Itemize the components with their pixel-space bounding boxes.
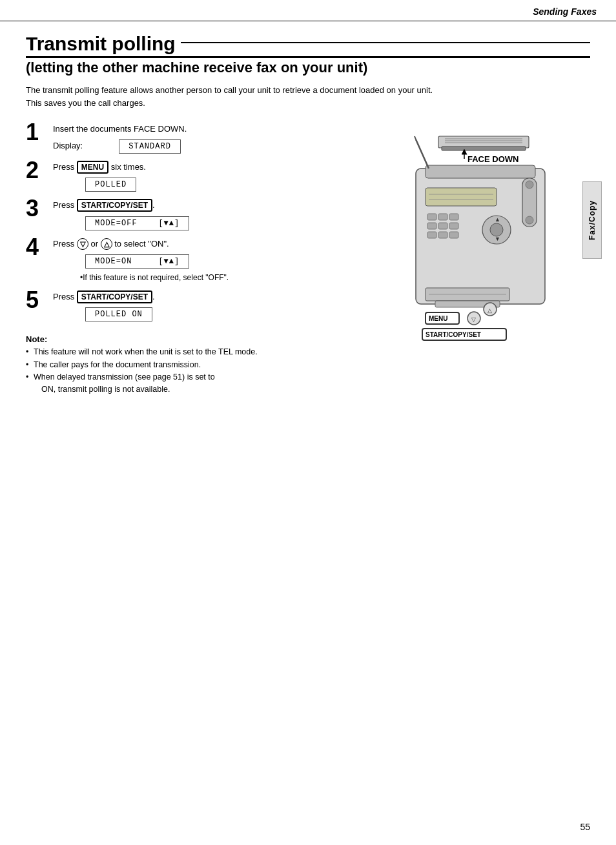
step-4-bullet: •If this feature is not required, select… [80,272,384,283]
step-3: 3 Press START/COPY/SET. MODE=OFF [▼▲] [26,199,384,230]
right-column: FACE DOWN [390,123,590,396]
note-section: Note: This feature will not work when th… [26,333,384,396]
fax-illustration: FACE DOWN [390,130,590,351]
svg-rect-7 [426,165,535,178]
svg-text:▼: ▼ [495,236,500,242]
step-1-content: Insert the documents FACE DOWN. Display:… [53,123,384,154]
steps-column: 1 Insert the documents FACE DOWN. Displa… [26,123,384,396]
step-4-display-value: MODE=ON [▼▲] [85,254,189,269]
step-2-content: Press MENU six times. POLLED [53,161,384,192]
fax-copy-tab: Fax/Copy [582,181,602,259]
note-title: Note: [26,333,384,346]
step-5-content: Press START/COPY/SET. POLLED ON [53,291,384,321]
step-2-text: Press MENU six times. [53,161,384,173]
step-5-display-value: POLLED ON [85,307,152,321]
step-3-content: Press START/COPY/SET. MODE=OFF [▼▲] [53,199,384,230]
sub-title: (letting the other machine receive fax o… [26,59,590,76]
description: The transmit polling feature allows anot… [26,84,590,109]
svg-text:△: △ [488,307,492,314]
svg-rect-4 [442,147,526,150]
step-1-text: Insert the documents FACE DOWN. [53,123,384,135]
step-2: 2 Press MENU six times. POLLED [26,161,384,192]
down-circle-key: ▽ [77,238,88,250]
svg-rect-16 [427,223,436,229]
step-2-number: 2 [26,159,49,182]
svg-rect-14 [438,214,447,220]
step-5-number: 5 [26,289,49,312]
svg-rect-13 [427,214,436,220]
svg-point-28 [526,216,533,224]
svg-point-27 [526,181,533,188]
step-1-display-row: Display: STANDARD [53,137,384,154]
two-col-layout: 1 Insert the documents FACE DOWN. Displa… [26,123,590,396]
step-4-text: Press ▽ or △ to select "ON". [53,238,384,250]
svg-line-9 [415,136,416,139]
step-1-number: 1 [26,121,49,144]
svg-rect-18 [449,223,458,229]
step-1-display-value: STANDARD [119,139,181,154]
up-circle-key: △ [101,238,112,250]
step-4: 4 Press ▽ or △ to select "ON". MODE=ON [… [26,238,384,283]
step-3-number: 3 [26,197,49,220]
step-3-text: Press START/COPY/SET. [53,199,384,211]
step-4-content: Press ▽ or △ to select "ON". MODE=ON [▼▲… [53,238,384,283]
step-1: 1 Insert the documents FACE DOWN. Displa… [26,123,384,154]
step-5: 5 Press START/COPY/SET. POLLED ON [26,291,384,321]
start-key-3: START/COPY/SET [77,199,152,212]
step-5-text: Press START/COPY/SET. [53,291,384,303]
menu-key: MENU [77,161,108,174]
step-4-number: 4 [26,236,49,259]
svg-text:MENU: MENU [429,315,447,322]
main-content: Transmit polling (letting the other mach… [0,21,616,409]
svg-rect-21 [449,232,458,238]
fax-svg: FACE DOWN [390,130,571,349]
svg-rect-15 [449,214,458,220]
svg-rect-19 [427,232,436,238]
page-number: 55 [580,822,590,832]
svg-point-23 [490,223,503,236]
note-item-1: This feature will not work when the unit… [26,346,384,358]
svg-text:▲: ▲ [495,216,500,223]
header-title: Sending Faxes [533,6,597,17]
note-item-3: When delayed transmission (see page 51) … [26,371,384,396]
svg-text:▽: ▽ [471,316,476,323]
sidebar-tab-label: Fax/Copy [588,200,597,240]
page-header: Sending Faxes [0,0,616,21]
svg-line-8 [416,139,429,168]
step-1-display-label: Display: [53,141,83,150]
step-2-display-value: POLLED [85,178,136,192]
note-item-2: The caller pays for the document transmi… [26,359,384,371]
start-key-5: START/COPY/SET [77,290,152,303]
svg-rect-10 [426,188,497,206]
svg-rect-0 [438,136,529,148]
svg-rect-20 [438,232,447,238]
face-down-label: FACE DOWN [467,154,518,164]
step-3-display-value: MODE=OFF [▼▲] [85,216,189,230]
svg-rect-17 [438,223,447,229]
main-title: Transmit polling [26,33,176,55]
svg-text:START/COPY/SET: START/COPY/SET [426,331,481,338]
title-wrapper: Transmit polling (letting the other mach… [26,33,590,84]
